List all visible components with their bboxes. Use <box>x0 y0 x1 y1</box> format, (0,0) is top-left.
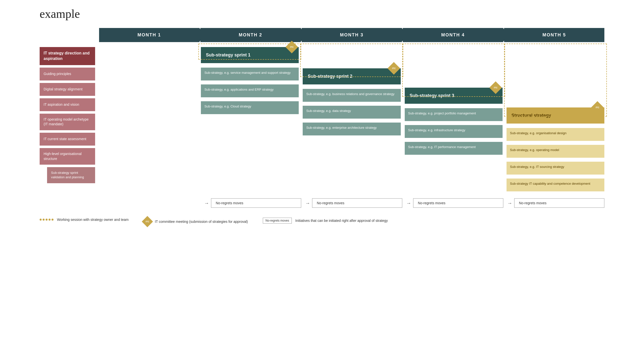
legend-nr-label: Initiatives that can be initiated right … <box>295 219 388 223</box>
month4-spacer <box>405 47 502 86</box>
legend-item-itc: ITC IT committee meeting (submission of … <box>144 218 248 226</box>
left-column: IT strategy direction and aspiration Gui… <box>40 47 95 193</box>
sprint3-box: ITC Sub-strategy sprint 2 <box>303 68 400 84</box>
month3-sub1: Sub-strategy, e.g. business relations an… <box>303 89 400 102</box>
legend-item-nr: No-regrets moves Initiatives that can be… <box>263 218 388 224</box>
sprint2-box: ITC Sub-strategy sprint 1 <box>201 47 299 63</box>
month1-content <box>99 47 197 193</box>
month3-spacer <box>303 47 400 66</box>
itc-badge-2: ITC <box>286 41 298 53</box>
month4-sub1: Sub-strategy, e.g. project portfolio man… <box>405 108 502 121</box>
month4-sub3: Sub-strategy, e.g. IT performance manage… <box>405 142 502 155</box>
month5-sub3: Sub-strategy, e.g. IT sourcing strategy <box>506 162 604 175</box>
left-item-aspiration: IT aspiration and vision <box>40 98 95 111</box>
month5-content: ITC Structural strategy Sub-strategy, e.… <box>506 47 604 193</box>
left-item-org: High-level organisational structure <box>40 148 95 165</box>
main-area: IT strategy direction and aspiration Gui… <box>40 47 604 193</box>
month3-content: ITC Sub-strategy sprint 2 Sub-strategy, … <box>303 47 400 193</box>
header-spacer <box>40 28 99 42</box>
left-item-sub: Sub-strategy sprint validation and plann… <box>47 167 95 183</box>
month4-sub2: Sub-strategy, e.g. infrastructure strate… <box>405 125 502 138</box>
no-regrets-box5: No-regrets moves <box>514 198 604 208</box>
month5-spacer <box>506 47 604 105</box>
left-item-guiding: Guiding principles <box>40 68 95 80</box>
month-header-4: MONTH 4 <box>403 28 503 42</box>
legend: Working session with strategy owner and … <box>40 218 644 226</box>
left-item-main: IT strategy direction and aspiration <box>40 47 95 65</box>
month-header-2: MONTH 2 <box>200 28 301 42</box>
header-row: MONTH 1 MONTH 2 MONTH 3 MONTH 4 MONTH 5 <box>40 28 604 42</box>
no-regrets-col1 <box>103 198 200 208</box>
month2-sub3: Sub-strategy, e.g. Cloud strategy <box>201 101 299 114</box>
month-header-5: MONTH 5 <box>504 28 604 42</box>
month3-sub3: Sub-strategy, e.g. enterprise architectu… <box>303 123 400 135</box>
month-header-3: MONTH 3 <box>302 28 402 42</box>
month2-content: ITC Sub-strategy sprint 1 Sub-strategy, … <box>201 47 299 193</box>
month-header-1: MONTH 1 <box>99 28 200 42</box>
legend-dots-icon <box>40 219 54 221</box>
no-regrets-box3: No-regrets moves <box>312 198 402 208</box>
arrow-right-2: → <box>204 200 209 206</box>
left-item-current: IT current state assessment <box>40 133 95 146</box>
legend-nr-icon: No-regrets moves <box>263 218 292 224</box>
legend-dots-label: Working session with strategy owner and … <box>57 218 128 222</box>
month4-content: ITC Sub-strategy sprint 3 Sub-strategy, … <box>405 47 502 193</box>
no-regrets-col4: → No-regrets moves <box>406 198 503 208</box>
legend-item-dots: Working session with strategy owner and … <box>40 218 128 222</box>
left-item-operating: IT operating model archetype (IT mandate… <box>40 114 95 130</box>
sprint4-box: ITC Sub-strategy sprint 3 <box>405 88 502 104</box>
no-regrets-col3: → No-regrets moves <box>305 198 402 208</box>
no-regrets-col5: → No-regrets moves <box>507 198 604 208</box>
month5-sub2: Sub-strategy, e.g. operating model <box>506 145 604 158</box>
no-regrets-col2: → No-regrets moves <box>204 198 301 208</box>
month2-sub2: Sub-strategy, e.g. applications and ERP … <box>201 84 299 97</box>
page-title: example <box>0 0 644 20</box>
no-regrets-spacer <box>40 198 99 208</box>
month5-sub1: Sub-strategy, e.g. organisational design <box>506 128 604 141</box>
legend-itc-icon: ITC <box>142 216 153 227</box>
arrow-right-3: → <box>305 200 310 206</box>
arrow-right-4: → <box>406 200 411 206</box>
sprint5-box: ITC Structural strategy <box>506 107 604 124</box>
legend-itc-label: IT committee meeting (submission of stra… <box>155 220 248 224</box>
arrow-right-5: → <box>507 200 512 206</box>
month3-sub2: Sub-strategy, e.g. data strategy <box>303 106 400 119</box>
no-regrets-box2: No-regrets moves <box>211 198 301 208</box>
month2-sub1: Sub-strategy, e.g. service management an… <box>201 68 299 80</box>
month5-sub4: Sub-strategy IT capability and competenc… <box>506 179 604 191</box>
left-item-digital: Digital strategy alignment <box>40 83 95 96</box>
no-regrets-box4: No-regrets moves <box>413 198 503 208</box>
no-regrets-row: → No-regrets moves → No-regrets moves → … <box>40 198 604 208</box>
